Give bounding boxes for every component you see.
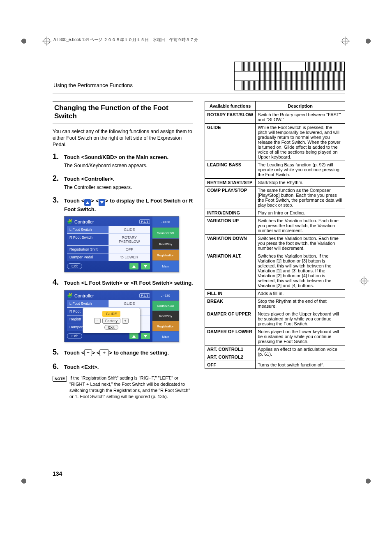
function-name: GLIDE [205, 124, 256, 161]
crop-mark-icon [361, 474, 376, 488]
table-row: VARIATION DOWNSwitches the Variation but… [205, 235, 345, 252]
page: AT-800_e.book 134 ページ ２００８年１０月１５日 水曜日 午前… [0, 0, 392, 555]
down-icon [99, 199, 105, 206]
step-title: Touch <−> <＋> to change the setting. [64, 349, 169, 357]
ss-row-label: Damper Pedal [67, 253, 109, 261]
controller-screenshot-2: 🧩ControllerP.1/3 L Foot SwitchGLIDER Foo… [64, 290, 179, 342]
ss-page: P.1/3 [139, 219, 150, 224]
function-name: RHYTHM START/STP [205, 179, 256, 187]
intro-text: You can select any of the following func… [53, 128, 193, 148]
popup-exit-button: Exit [104, 325, 118, 330]
ss-row-label: L Foot Switch [67, 300, 109, 307]
value-popup: GLIDE −Factory+ Exit [83, 308, 140, 333]
function-name: BREAK [205, 297, 256, 310]
window-icon: 🧩 [67, 219, 73, 224]
up-icon [129, 333, 138, 339]
function-description: Play an Intro or Ending. [256, 209, 345, 217]
main-button: Main [152, 332, 179, 342]
crop-mark-icon [16, 34, 31, 48]
table-header-description: Description [256, 101, 345, 111]
function-name: LEADING BASS [205, 161, 256, 179]
function-name: INTRO/ENDING [205, 209, 256, 217]
function-name: DAMPER OF UPPER [205, 310, 256, 328]
exit-button: Exit [67, 333, 82, 339]
ss-row-label: L Foot Switch [67, 226, 109, 233]
table-row: DAMPER OF LOWERNotes played on the Lower… [205, 328, 345, 345]
function-description: Switch the Rotary speed between "FAST" a… [256, 111, 345, 124]
ss-row-value: to LOWER [109, 253, 150, 261]
exit-button: Exit [67, 263, 82, 269]
function-description: Switches the Variation button. Each time… [256, 235, 345, 252]
function-name: ROTARY FAST/SLOW [205, 111, 256, 124]
up-icon [84, 199, 91, 206]
left-column: Changing the Function of the Foot Switch… [53, 101, 193, 485]
function-description: Stop the Rhythm at the end of that measu… [256, 297, 345, 310]
rec-play-button: Rec/Play [152, 239, 179, 250]
function-description: Adds a fill-in. [256, 290, 345, 297]
function-name: OFF [205, 361, 256, 369]
function-name: VARIATION DOWN [205, 235, 256, 252]
function-description: Start/Stop the Rhythm. [256, 179, 345, 187]
table-row: LEADING BASSThe Leading Bass function (p… [205, 161, 345, 179]
step-body: The Sound/Keyboard screen appears. [64, 163, 193, 168]
ss-row-value: ROTARY FAST/SLOW [109, 234, 150, 245]
minus-key: − [84, 349, 92, 356]
function-name: VARIATION UP [205, 217, 256, 235]
main-button: Main [152, 261, 179, 272]
registration-button: Registration [152, 250, 179, 261]
crop-mark-icon [361, 34, 376, 48]
factory-button: Factory [102, 318, 120, 324]
ss-row-label: Registration Shift [67, 246, 109, 253]
table-row: ART. CONTROL1Applies an effect to an art… [205, 345, 345, 353]
down-icon [141, 333, 150, 339]
keyboard-diagram [234, 62, 345, 90]
step-number: 5. [53, 348, 61, 357]
sound-kbd-button: Sound/KBD [152, 228, 179, 239]
step-number: 1. [53, 152, 61, 161]
ss-row-value: GLIDE [109, 226, 150, 233]
table-row: DAMPER OF UPPERNotes played on the Upper… [205, 310, 345, 328]
table-row: GLIDEWhile the Foot Switch is pressed, t… [205, 124, 345, 161]
down-icon [141, 263, 150, 269]
ss-row-label: R Foot Switch [67, 234, 109, 245]
plus-key: ＋ [99, 349, 109, 356]
function-name: ART. CONTROL1 [205, 345, 256, 353]
divider [53, 94, 345, 94]
function-description: The Leading Bass function (p. 92) will o… [256, 161, 345, 179]
table-row: COMP PLAY/STOPThe same function as the C… [205, 187, 345, 209]
function-description: Switches the Variation button. If the Va… [256, 252, 345, 290]
step-number: 6. [53, 362, 61, 371]
rec-play-button: Rec/Play [152, 311, 179, 321]
minus-button: − [94, 318, 101, 324]
function-name: VARIATION ALT. [205, 252, 256, 290]
right-column: Available functions Description ROTARY F… [205, 101, 345, 485]
heading: Changing the Function of the Foot Switch [54, 104, 191, 120]
controller-screenshot-1: 🧩ControllerP.1/3 L Foot SwitchGLIDER Foo… [64, 216, 179, 272]
function-description: Notes played on the Upper keyboard will … [256, 310, 345, 328]
table-row: INTRO/ENDINGPlay an Intro or Ending. [205, 209, 345, 217]
ss-page: P.1/3 [139, 293, 150, 298]
function-name: COMP PLAY/STOP [205, 187, 256, 209]
function-description: The same function as the Composer [Play/… [256, 187, 345, 209]
function-description: While the Foot Switch is pressed, the pi… [256, 124, 345, 161]
book-header-note: AT-800_e.book 134 ページ ２００８年１０月１５日 水曜日 午前… [53, 37, 198, 43]
function-description: Applies an effect to an articulation voi… [256, 345, 345, 361]
up-icon [129, 263, 138, 269]
window-icon: 🧩 [67, 293, 73, 298]
t: Touch < [64, 350, 84, 356]
t: Touch < [64, 198, 84, 204]
table-row: VARIATION UPSwitches the Variation butto… [205, 217, 345, 235]
function-name: FILL IN [205, 290, 256, 297]
t: > < [92, 350, 100, 356]
function-description: Switches the Variation button. Each time… [256, 217, 345, 235]
table-row: ROTARY FAST/SLOWSwitch the Rotary speed … [205, 111, 345, 124]
step-body: The Controller screen appears. [64, 184, 193, 190]
table-row: OFFTurns the foot switch function off. [205, 361, 345, 369]
tempo-display: ♩=130 [152, 290, 179, 301]
t: > < [91, 198, 99, 204]
table-header-functions: Available functions [205, 101, 256, 111]
functions-table: Available functions Description ROTARY F… [205, 101, 345, 369]
page-number: 134 [53, 470, 62, 477]
ss-row-value: GLIDE [109, 300, 150, 307]
function-description: Notes played on the Lower keyboard will … [256, 328, 345, 345]
